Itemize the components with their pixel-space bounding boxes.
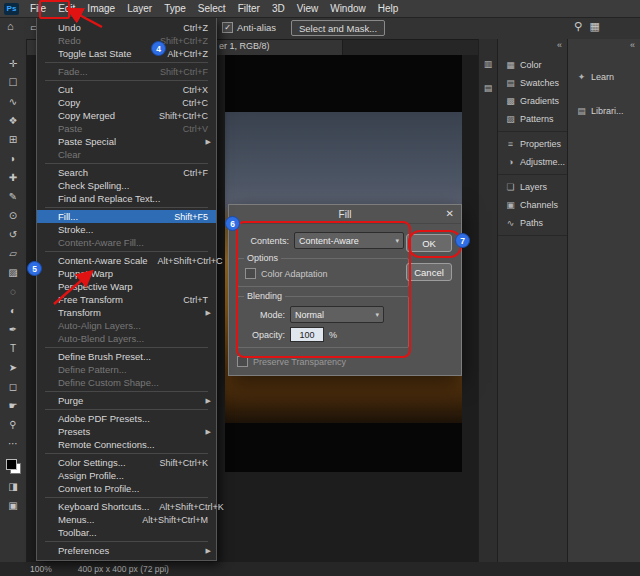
type-tool-icon[interactable]: T [4,340,22,357]
eraser-tool-icon[interactable]: ▱ [4,245,22,262]
edit-menu-item-fill[interactable]: Fill...Shift+F5 [37,210,216,223]
edit-menu-item-toggle-last-state[interactable]: Toggle Last StateAlt+Ctrl+Z [37,47,216,60]
histogram-panel-icon[interactable]: ▥ [484,59,493,69]
gradient-tool-icon[interactable]: ▨ [4,264,22,281]
edit-menu-item-stroke[interactable]: Stroke... [37,223,216,236]
brush-tool-icon[interactable]: ✎ [4,188,22,205]
menu-select[interactable]: Select [192,0,232,17]
edit-menu-item-puppet-warp[interactable]: Puppet Warp [37,267,216,280]
quick-mask-icon[interactable]: ◨ [4,478,22,495]
shape-tool-icon[interactable]: ◻ [4,378,22,395]
eyedropper-tool-icon[interactable]: ◗ [4,150,22,167]
edit-menu-item-transform[interactable]: Transform▶ [37,306,216,319]
panel-tab-layers[interactable]: ❏Layers [498,178,567,196]
fill-dialog-titlebar[interactable]: Fill ✕ [229,205,461,224]
preserve-transparency-option[interactable]: Preserve Transparency [237,356,409,367]
clone-stamp-tool-icon[interactable]: ⊙ [4,207,22,224]
edit-menu-item-toolbar[interactable]: Toolbar... [37,526,216,539]
edit-menu-item-define-pattern: Define Pattern... [37,363,216,376]
color-swatches[interactable] [6,459,21,474]
edit-menu-item-define-brush-preset[interactable]: Define Brush Preset... [37,350,216,363]
move-tool-icon[interactable]: ✛ [4,55,22,72]
crop-tool-icon[interactable]: ⊞ [4,131,22,148]
mode-dropdown[interactable]: Normal ▾ [290,306,384,323]
menu-filter[interactable]: Filter [232,0,266,17]
edit-toolbar-icon[interactable]: ⋯ [4,435,22,452]
preserve-transparency-checkbox[interactable] [237,356,248,367]
menu-help[interactable]: Help [372,0,405,17]
edit-menu-item-search[interactable]: SearchCtrl+F [37,166,216,179]
info-panel-icon[interactable]: ▤ [484,83,493,93]
panel-tab-channels[interactable]: ▣Channels [498,196,567,214]
edit-menu-item-copy[interactable]: CopyCtrl+C [37,96,216,109]
panel-tab-color[interactable]: ▦Color [498,56,567,74]
close-icon[interactable]: ✕ [446,208,454,219]
foreground-color-swatch[interactable] [6,459,17,470]
menu-image[interactable]: Image [81,0,121,17]
panel-tab-paths[interactable]: ∿Paths [498,214,567,232]
history-brush-tool-icon[interactable]: ↺ [4,226,22,243]
anti-alias-option[interactable]: ✓ Anti-alias [222,22,276,33]
edit-menu-item-find-and-replace-text[interactable]: Find and Replace Text... [37,192,216,205]
edit-menu-item-presets[interactable]: Presets▶ [37,425,216,438]
menu-type[interactable]: Type [158,0,192,17]
path-selection-tool-icon[interactable]: ➤ [4,359,22,376]
menu-file[interactable]: File [24,0,52,17]
dodge-tool-icon[interactable]: ◐ [4,302,22,319]
edit-menu-item-undo[interactable]: UndoCtrl+Z [37,21,216,34]
opacity-input[interactable] [290,327,324,342]
collapse-panels-icon[interactable]: « [498,39,567,53]
panel-tab-properties[interactable]: ≡Properties [498,135,567,153]
hand-tool-icon[interactable]: ☛ [4,397,22,414]
menu-3d[interactable]: 3D [266,0,291,17]
edit-menu-item-check-spelling[interactable]: Check Spelling... [37,179,216,192]
edit-menu-item-remote-connections[interactable]: Remote Connections... [37,438,216,451]
zoom-level[interactable]: 100% [30,564,52,574]
panel-tab-patterns[interactable]: ▨Patterns [498,110,567,128]
workspace-switcher-icon[interactable]: ▦ [590,20,600,33]
color-adaptation-option[interactable]: Color Adaptation [245,268,401,279]
lasso-tool-icon[interactable]: ∿ [4,93,22,110]
menu-edit[interactable]: Edit [52,0,81,17]
healing-brush-tool-icon[interactable]: ✚ [4,169,22,186]
menu-window[interactable]: Window [324,0,372,17]
zoom-tool-icon[interactable]: ⚲ [4,416,22,433]
blur-tool-icon[interactable]: ◌ [4,283,22,300]
search-icon[interactable]: ⚲ [574,20,582,33]
panel-tab-librari[interactable]: ▤Librari... [568,101,640,121]
edit-menu-item-free-transform[interactable]: Free TransformCtrl+T [37,293,216,306]
home-icon[interactable]: ⌂ [7,20,14,32]
pen-tool-icon[interactable]: ✒ [4,321,22,338]
anti-alias-checkbox[interactable]: ✓ [222,22,233,33]
edit-menu-item-define-custom-shape: Define Custom Shape... [37,376,216,389]
ok-button[interactable]: OK [406,234,452,252]
panel-tab-swatches[interactable]: ▤Swatches [498,74,567,92]
menu-view[interactable]: View [291,0,325,17]
screen-mode-icon[interactable]: ▣ [4,497,22,514]
menu-layer[interactable]: Layer [121,0,158,17]
edit-menu-item-color-settings[interactable]: Color Settings...Shift+Ctrl+K [37,456,216,469]
quick-selection-tool-icon[interactable]: ❖ [4,112,22,129]
edit-menu-item-preferences[interactable]: Preferences▶ [37,544,216,557]
contents-dropdown[interactable]: Content-Aware ▾ [294,232,404,249]
edit-menu-item-cut[interactable]: CutCtrl+X [37,83,216,96]
edit-menu-item-purge[interactable]: Purge▶ [37,394,216,407]
edit-menu-item-menus[interactable]: Menus...Alt+Shift+Ctrl+M [37,513,216,526]
edit-menu-item-adobe-pdf-presets[interactable]: Adobe PDF Presets... [37,412,216,425]
edit-menu-item-paste-special[interactable]: Paste Special▶ [37,135,216,148]
select-and-mask-button[interactable]: Select and Mask... [291,20,385,36]
edit-menu-item-content-aware-scale[interactable]: Content-Aware ScaleAlt+Shift+Ctrl+C [37,254,216,267]
edit-menu-item-keyboard-shortcuts[interactable]: Keyboard Shortcuts...Alt+Shift+Ctrl+K [37,500,216,513]
collapse-far-panels-icon[interactable]: « [568,39,640,53]
marquee-tool-icon[interactable]: ☐ [4,74,22,91]
edit-menu-item-assign-profile[interactable]: Assign Profile... [37,469,216,482]
cancel-button[interactable]: Cancel [406,263,452,281]
contents-value: Content-Aware [299,236,359,246]
panel-tab-learn[interactable]: ✦Learn [568,67,640,87]
edit-menu-item-copy-merged[interactable]: Copy MergedShift+Ctrl+C [37,109,216,122]
edit-menu-item-perspective-warp[interactable]: Perspective Warp [37,280,216,293]
panel-tab-adjustme[interactable]: ◑Adjustme... [498,153,567,171]
edit-menu-item-convert-to-profile[interactable]: Convert to Profile... [37,482,216,495]
panel-tab-gradients[interactable]: ▩Gradients [498,92,567,110]
color-adaptation-checkbox[interactable] [245,268,256,279]
